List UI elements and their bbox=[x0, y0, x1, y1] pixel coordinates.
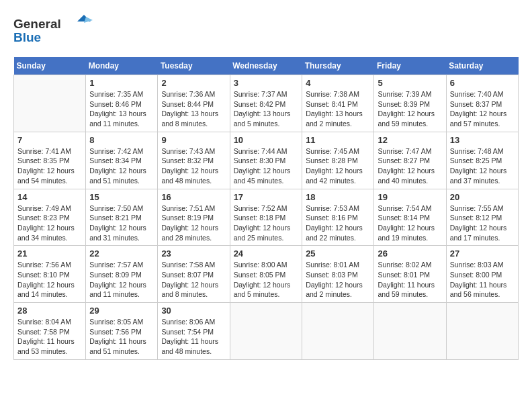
svg-text:Blue: Blue bbox=[13, 30, 41, 44]
day-number: 11 bbox=[306, 135, 370, 145]
day-info: Sunrise: 7:44 AM Sunset: 8:30 PM Dayligh… bbox=[234, 146, 299, 186]
calendar-cell: 16Sunrise: 7:51 AM Sunset: 8:19 PM Dayli… bbox=[158, 189, 230, 246]
day-info: Sunrise: 8:04 AM Sunset: 7:58 PM Dayligh… bbox=[17, 317, 82, 357]
calendar-cell: 19Sunrise: 7:54 AM Sunset: 8:14 PM Dayli… bbox=[374, 189, 446, 246]
day-number: 12 bbox=[378, 135, 442, 145]
day-info: Sunrise: 7:53 AM Sunset: 8:16 PM Dayligh… bbox=[306, 203, 370, 243]
calendar-cell: 21Sunrise: 7:56 AM Sunset: 8:10 PM Dayli… bbox=[14, 246, 86, 303]
weekday-header-thursday: Thursday bbox=[302, 57, 374, 75]
week-row-2: 7Sunrise: 7:41 AM Sunset: 8:35 PM Daylig… bbox=[14, 132, 519, 189]
calendar-cell: 12Sunrise: 7:47 AM Sunset: 8:27 PM Dayli… bbox=[374, 132, 446, 189]
week-row-1: 1Sunrise: 7:35 AM Sunset: 8:46 PM Daylig… bbox=[14, 75, 519, 132]
day-info: Sunrise: 7:36 AM Sunset: 8:44 PM Dayligh… bbox=[161, 89, 226, 129]
calendar-cell bbox=[374, 303, 446, 360]
svg-text:General: General bbox=[13, 17, 61, 31]
day-number: 2 bbox=[161, 78, 226, 88]
day-number: 3 bbox=[234, 78, 299, 88]
logo-svg: General Blue bbox=[13, 13, 94, 44]
day-number: 8 bbox=[89, 135, 154, 145]
day-number: 16 bbox=[161, 192, 226, 202]
calendar-cell: 17Sunrise: 7:52 AM Sunset: 8:18 PM Dayli… bbox=[230, 189, 302, 246]
day-number: 18 bbox=[306, 192, 370, 202]
weekday-header-tuesday: Tuesday bbox=[158, 57, 230, 75]
day-number: 1 bbox=[89, 78, 154, 88]
calendar-cell bbox=[302, 303, 374, 360]
weekday-header-sunday: Sunday bbox=[14, 57, 86, 75]
weekday-header-saturday: Saturday bbox=[446, 57, 518, 75]
calendar-cell: 1Sunrise: 7:35 AM Sunset: 8:46 PM Daylig… bbox=[86, 75, 158, 132]
day-number: 25 bbox=[306, 248, 370, 259]
calendar-cell bbox=[14, 75, 86, 132]
day-info: Sunrise: 8:06 AM Sunset: 7:54 PM Dayligh… bbox=[161, 317, 226, 357]
day-number: 24 bbox=[234, 248, 299, 259]
calendar-cell: 27Sunrise: 8:03 AM Sunset: 8:00 PM Dayli… bbox=[446, 246, 518, 303]
day-number: 19 bbox=[378, 192, 442, 202]
day-number: 29 bbox=[89, 306, 154, 316]
day-number: 9 bbox=[161, 135, 226, 145]
day-info: Sunrise: 7:48 AM Sunset: 8:25 PM Dayligh… bbox=[450, 146, 515, 186]
day-number: 14 bbox=[17, 192, 82, 202]
day-info: Sunrise: 7:43 AM Sunset: 8:32 PM Dayligh… bbox=[161, 146, 226, 186]
weekday-header-monday: Monday bbox=[86, 57, 158, 75]
calendar-cell: 24Sunrise: 8:00 AM Sunset: 8:05 PM Dayli… bbox=[230, 246, 302, 303]
day-number: 6 bbox=[450, 78, 515, 88]
calendar-cell: 3Sunrise: 7:37 AM Sunset: 8:42 PM Daylig… bbox=[230, 75, 302, 132]
day-number: 17 bbox=[234, 192, 299, 202]
day-info: Sunrise: 7:40 AM Sunset: 8:37 PM Dayligh… bbox=[450, 89, 515, 129]
weekday-header-friday: Friday bbox=[374, 57, 446, 75]
day-info: Sunrise: 8:02 AM Sunset: 8:01 PM Dayligh… bbox=[378, 260, 442, 300]
day-number: 4 bbox=[306, 78, 370, 88]
calendar-cell bbox=[446, 303, 518, 360]
day-info: Sunrise: 7:52 AM Sunset: 8:18 PM Dayligh… bbox=[234, 203, 299, 243]
calendar-cell: 22Sunrise: 7:57 AM Sunset: 8:09 PM Dayli… bbox=[86, 246, 158, 303]
calendar-cell: 4Sunrise: 7:38 AM Sunset: 8:41 PM Daylig… bbox=[302, 75, 374, 132]
day-info: Sunrise: 7:49 AM Sunset: 8:23 PM Dayligh… bbox=[17, 203, 82, 243]
day-info: Sunrise: 7:39 AM Sunset: 8:39 PM Dayligh… bbox=[378, 89, 442, 129]
day-info: Sunrise: 7:55 AM Sunset: 8:12 PM Dayligh… bbox=[450, 203, 515, 243]
day-number: 27 bbox=[450, 248, 515, 259]
day-info: Sunrise: 7:38 AM Sunset: 8:41 PM Dayligh… bbox=[306, 89, 370, 129]
calendar-cell: 7Sunrise: 7:41 AM Sunset: 8:35 PM Daylig… bbox=[14, 132, 86, 189]
week-row-3: 14Sunrise: 7:49 AM Sunset: 8:23 PM Dayli… bbox=[14, 189, 519, 246]
calendar-cell: 13Sunrise: 7:48 AM Sunset: 8:25 PM Dayli… bbox=[446, 132, 518, 189]
calendar-cell: 18Sunrise: 7:53 AM Sunset: 8:16 PM Dayli… bbox=[302, 189, 374, 246]
day-number: 30 bbox=[161, 306, 226, 316]
day-number: 21 bbox=[17, 248, 82, 259]
week-row-4: 21Sunrise: 7:56 AM Sunset: 8:10 PM Dayli… bbox=[14, 246, 519, 303]
calendar-cell: 2Sunrise: 7:36 AM Sunset: 8:44 PM Daylig… bbox=[158, 75, 230, 132]
day-info: Sunrise: 7:58 AM Sunset: 8:07 PM Dayligh… bbox=[161, 260, 226, 300]
calendar-cell: 15Sunrise: 7:50 AM Sunset: 8:21 PM Dayli… bbox=[86, 189, 158, 246]
calendar-cell: 11Sunrise: 7:45 AM Sunset: 8:28 PM Dayli… bbox=[302, 132, 374, 189]
day-info: Sunrise: 7:56 AM Sunset: 8:10 PM Dayligh… bbox=[17, 260, 82, 300]
day-info: Sunrise: 7:45 AM Sunset: 8:28 PM Dayligh… bbox=[306, 146, 370, 186]
logo-wordmark: General Blue bbox=[13, 13, 94, 46]
calendar-table: SundayMondayTuesdayWednesdayThursdayFrid… bbox=[13, 57, 519, 360]
day-info: Sunrise: 7:41 AM Sunset: 8:35 PM Dayligh… bbox=[17, 146, 82, 186]
calendar-cell: 23Sunrise: 7:58 AM Sunset: 8:07 PM Dayli… bbox=[158, 246, 230, 303]
weekday-header-wednesday: Wednesday bbox=[230, 57, 302, 75]
day-number: 20 bbox=[450, 192, 515, 202]
day-info: Sunrise: 7:42 AM Sunset: 8:34 PM Dayligh… bbox=[89, 146, 154, 186]
weekday-header-row: SundayMondayTuesdayWednesdayThursdayFrid… bbox=[14, 57, 519, 75]
day-number: 26 bbox=[378, 248, 442, 259]
day-number: 5 bbox=[378, 78, 442, 88]
logo: General Blue bbox=[13, 13, 94, 46]
day-number: 7 bbox=[17, 135, 82, 145]
day-number: 13 bbox=[450, 135, 515, 145]
day-info: Sunrise: 8:01 AM Sunset: 8:03 PM Dayligh… bbox=[306, 260, 370, 300]
calendar-cell: 29Sunrise: 8:05 AM Sunset: 7:56 PM Dayli… bbox=[86, 303, 158, 360]
day-info: Sunrise: 7:37 AM Sunset: 8:42 PM Dayligh… bbox=[234, 89, 299, 129]
calendar-cell: 9Sunrise: 7:43 AM Sunset: 8:32 PM Daylig… bbox=[158, 132, 230, 189]
calendar-cell: 6Sunrise: 7:40 AM Sunset: 8:37 PM Daylig… bbox=[446, 75, 518, 132]
day-info: Sunrise: 7:51 AM Sunset: 8:19 PM Dayligh… bbox=[161, 203, 226, 243]
calendar-cell: 8Sunrise: 7:42 AM Sunset: 8:34 PM Daylig… bbox=[86, 132, 158, 189]
calendar-cell: 5Sunrise: 7:39 AM Sunset: 8:39 PM Daylig… bbox=[374, 75, 446, 132]
day-info: Sunrise: 8:05 AM Sunset: 7:56 PM Dayligh… bbox=[89, 317, 154, 357]
day-info: Sunrise: 7:54 AM Sunset: 8:14 PM Dayligh… bbox=[378, 203, 442, 243]
calendar-cell: 14Sunrise: 7:49 AM Sunset: 8:23 PM Dayli… bbox=[14, 189, 86, 246]
calendar-cell: 28Sunrise: 8:04 AM Sunset: 7:58 PM Dayli… bbox=[14, 303, 86, 360]
day-info: Sunrise: 7:57 AM Sunset: 8:09 PM Dayligh… bbox=[89, 260, 154, 300]
day-info: Sunrise: 7:35 AM Sunset: 8:46 PM Dayligh… bbox=[89, 89, 154, 129]
calendar-cell: 10Sunrise: 7:44 AM Sunset: 8:30 PM Dayli… bbox=[230, 132, 302, 189]
week-row-5: 28Sunrise: 8:04 AM Sunset: 7:58 PM Dayli… bbox=[14, 303, 519, 360]
